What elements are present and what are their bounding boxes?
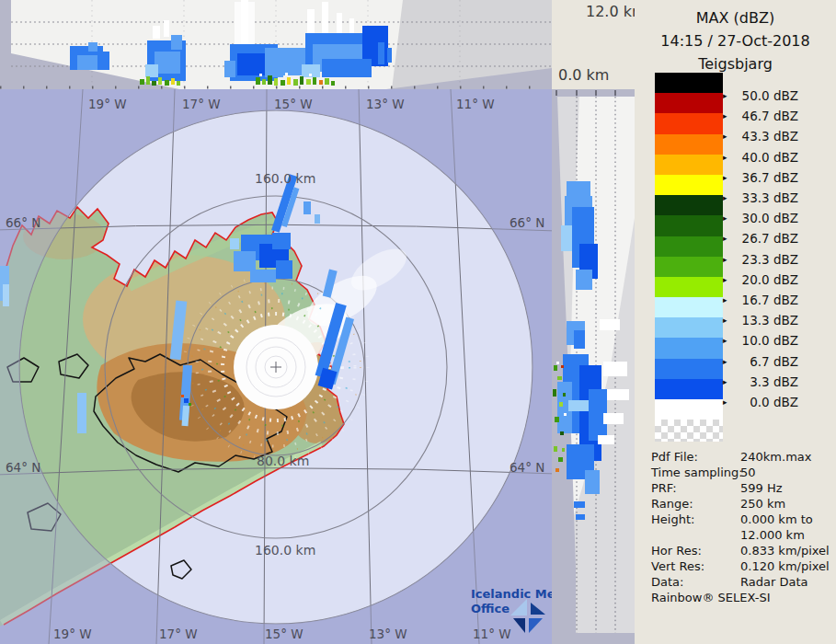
legend-entry: ▸23.3 dBZ xyxy=(723,251,798,268)
metadata-value: 240km.max xyxy=(740,450,811,464)
legend-swatch xyxy=(655,134,723,155)
legend-value-label: 23.3 dBZ xyxy=(732,252,798,267)
legend-transparent-band xyxy=(655,420,723,442)
legend-arrow-icon: ▸ xyxy=(723,213,732,223)
metadata-label: Time sampling: xyxy=(651,465,740,480)
lon-label-bottom: 15° W xyxy=(265,627,303,641)
legend-value-label: 30.0 dBZ xyxy=(732,211,798,225)
metadata-value: 599 Hz xyxy=(740,481,783,495)
strip-left-margin xyxy=(0,0,11,89)
legend-entry: ▸0.0 dBZ xyxy=(723,394,798,410)
legend-value-label: 50.0 dBZ xyxy=(732,88,798,103)
legend-swatch xyxy=(655,93,723,113)
metadata-label: Range: xyxy=(651,496,740,512)
legend-value-label: 16.7 dBZ xyxy=(732,293,798,307)
range-ring-label: 160.0 km xyxy=(255,171,315,186)
legend-arrow-icon: ▸ xyxy=(723,336,732,345)
legend-swatch xyxy=(655,175,723,195)
product-title: MAX (dBZ) xyxy=(635,6,836,29)
metadata-value: 50 xyxy=(740,466,756,479)
lon-label-top: 17° W xyxy=(182,97,221,111)
metadata-label: Vert Res: xyxy=(651,558,740,574)
metadata-row: Vert Res:0.120 km/pixel xyxy=(651,558,831,574)
legend-value-label: 43.3 dBZ xyxy=(732,129,798,144)
metadata-label: Hor Res: xyxy=(651,543,740,558)
legend-value-label: 46.7 dBZ xyxy=(732,109,798,123)
metadata-label: Height: xyxy=(651,512,740,527)
metadata-label: PRF: xyxy=(651,480,740,496)
lat-label-left: 64° N xyxy=(6,460,40,475)
legend-arrow-icon: ▸ xyxy=(723,377,732,386)
legend-swatch xyxy=(655,317,723,338)
lon-label-top: 15° W xyxy=(274,97,313,111)
legend-entry: ▸13.3 dBZ xyxy=(723,312,798,328)
legend-value-label: 26.7 dBZ xyxy=(732,231,798,246)
legend-entry: ▸6.7 dBZ xyxy=(723,353,798,370)
legend-arrow-icon: ▸ xyxy=(723,357,732,366)
range-ring-label: 80.0 km xyxy=(257,454,309,468)
legend-entry: ▸20.0 dBZ xyxy=(723,271,798,288)
strip-top-band xyxy=(552,89,635,97)
lat-label-right: 64° N xyxy=(510,460,544,475)
legend-entry: ▸30.0 dBZ xyxy=(723,210,798,226)
software-credit: Rainbow® SELEX-SI xyxy=(651,591,771,604)
metadata-value: 0.833 km/pixel xyxy=(740,544,830,558)
legend-arrow-icon: ▸ xyxy=(723,397,732,407)
metadata-value: 0.120 km/pixel xyxy=(740,559,830,573)
legend-entry: ▸33.3 dBZ xyxy=(723,190,798,206)
legend-entry: ▸3.3 dBZ xyxy=(723,374,798,390)
legend-value-label: 33.3 dBZ xyxy=(732,190,798,205)
legend-swatch xyxy=(655,257,723,277)
metadata-row: PRF:599 Hz xyxy=(651,480,831,496)
horizontal-cross-section-panel xyxy=(0,0,552,89)
metadata-value: Radar Data xyxy=(740,575,807,589)
legend-swatch xyxy=(655,359,723,379)
product-header: MAX (dBZ) 14:15 / 27-Oct-2018 Teigsbjarg xyxy=(635,0,836,75)
legend-color-bar xyxy=(655,73,723,399)
legend-entry: ▸26.7 dBZ xyxy=(723,230,798,247)
legend-swatch xyxy=(655,155,723,175)
legend-entry: ▸43.3 dBZ xyxy=(723,128,798,144)
legend-swatch xyxy=(655,338,723,358)
legend-value-label: 40.0 dBZ xyxy=(732,150,798,165)
legend-value-label: 20.0 dBZ xyxy=(732,272,798,287)
legend-entry: ▸10.0 dBZ xyxy=(723,332,798,349)
metadata-row: 12.000 km xyxy=(651,527,831,543)
height-min-label: 0.0 km xyxy=(558,66,609,84)
legend-arrow-icon: ▸ xyxy=(723,255,732,264)
legend-value-label: 6.7 dBZ xyxy=(732,354,798,369)
legend-arrow-icon: ▸ xyxy=(723,91,732,100)
lon-label-top: 11° W xyxy=(456,97,495,111)
metadata-row: Time sampling:50 xyxy=(651,465,831,480)
metadata-row: Range:250 km xyxy=(651,496,831,512)
strip-bottom-band xyxy=(552,633,635,644)
lon-label-bottom: 19° W xyxy=(53,627,92,641)
legend-swatch xyxy=(655,236,723,257)
legend-swatch xyxy=(655,195,723,215)
lon-label-bottom: 11° W xyxy=(473,627,511,641)
metadata-label: Pdf File: xyxy=(651,449,740,465)
legend-entry: ▸46.7 dBZ xyxy=(723,108,798,124)
legend-entry: ▸50.0 dBZ xyxy=(723,87,798,104)
legend-arrow-icon: ▸ xyxy=(723,316,732,325)
lon-label-bottom: 13° W xyxy=(369,627,407,641)
legend-value-label: 13.3 dBZ xyxy=(732,313,798,328)
lat-label-right: 66° N xyxy=(510,215,544,230)
info-sidebar: MAX (dBZ) 14:15 / 27-Oct-2018 Teigsbjarg… xyxy=(635,0,836,644)
metadata-rows: Pdf File:240km.maxTime sampling:50PRF:59… xyxy=(651,449,831,590)
legend-swatch xyxy=(655,379,723,399)
metadata-value: 12.000 km xyxy=(740,528,805,542)
legend-swatch xyxy=(655,297,723,317)
lat-label-left: 66° N xyxy=(6,215,40,230)
metadata-row: Height:0.000 km to xyxy=(651,512,831,527)
legend-swatch xyxy=(655,113,723,133)
legend-arrow-icon: ▸ xyxy=(723,153,732,162)
metadata-row: Data:Radar Data xyxy=(651,574,831,590)
metadata-row: Pdf File:240km.max xyxy=(651,449,831,465)
metadata-value: 0.000 km to xyxy=(740,512,813,526)
metadata-label: Data: xyxy=(651,574,740,590)
legend-swatch xyxy=(655,277,723,297)
metadata-row: Hor Res:0.833 km/pixel xyxy=(651,543,831,558)
product-datetime: 14:15 / 27-Oct-2018 xyxy=(635,29,836,52)
horizontal-cross-section-image xyxy=(0,0,552,89)
